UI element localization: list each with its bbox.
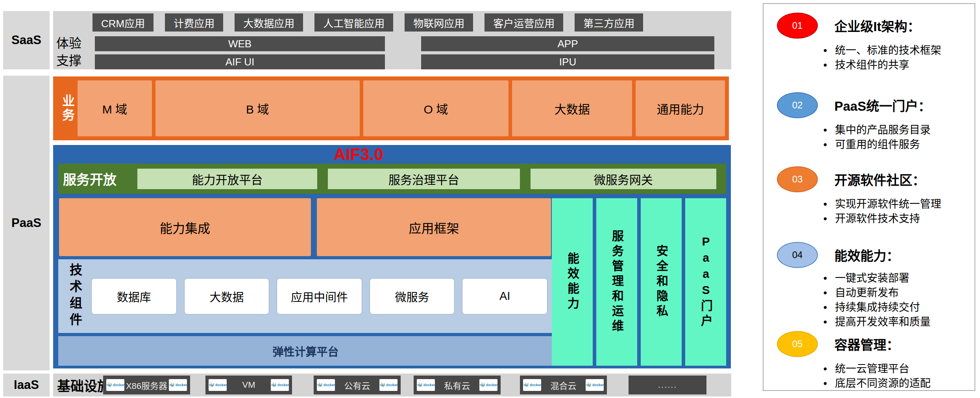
app-chip-iot: 物联网应用 <box>405 13 473 32</box>
tech-components-label: 技术组件 <box>64 263 86 329</box>
note-number-badge: 03 <box>777 166 818 192</box>
docker-logo-icon: 🐳docker <box>317 379 335 391</box>
business-layer: 业务 M 域 B 域 O 域 大数据 通用能力 <box>53 76 729 140</box>
tech-item-bigdata: 大数据 <box>184 278 270 314</box>
app-chip-billing: 计费应用 <box>165 13 223 32</box>
ipu-bar: IPU <box>421 54 714 69</box>
docker-whale-icon: 🐳 <box>317 383 323 387</box>
saas-app-chips: CRM应用 计费应用 大数据应用 人工智能应用 物联网应用 客户运营应用 第三方… <box>92 13 643 32</box>
infrastructure-label: 基础设施 <box>57 374 111 396</box>
tech-item-middleware: 应用中间件 <box>277 278 362 314</box>
saas-section: CRM应用 计费应用 大数据应用 人工智能应用 物联网应用 客户运营应用 第三方… <box>53 11 731 69</box>
docker-whale-icon: 🐳 <box>106 383 112 387</box>
iaas-chip-x86: 🐳docker X86服务器 🐳docker <box>103 376 190 394</box>
tech-item-microservice: 微服务 <box>370 278 455 314</box>
domain-b: B 域 <box>155 80 360 136</box>
docker-logo-icon: 🐳docker <box>271 379 289 391</box>
app-chip-customer-ops: 客户运营应用 <box>484 13 563 32</box>
tech-components-panel: 技术组件 数据库 大数据 应用中间件 微服务 AI <box>58 259 553 333</box>
pillar-efficiency: 能效能力 <box>552 198 593 366</box>
docker-whale-icon: 🐳 <box>209 383 214 387</box>
note-title: 容器管理： <box>834 335 899 353</box>
iaas-chip-private-cloud: 🐳docker 私有云 🐳docker <box>414 376 501 394</box>
note-bullet: 底层不同资源的适配 <box>823 376 969 391</box>
capability-open-platform: 能力开放平台 <box>137 169 317 189</box>
note-bullet: 可重用的组件服务 <box>823 138 969 152</box>
domain-m: M 域 <box>78 80 152 136</box>
docker-whale-icon: 🐳 <box>169 383 175 387</box>
business-domains: M 域 B 域 O 域 大数据 通用能力 <box>78 80 725 136</box>
docker-whale-icon: 🐳 <box>479 383 485 387</box>
domain-common: 通用能力 <box>636 80 725 136</box>
docker-logo-icon: 🐳docker <box>379 379 398 391</box>
app-chip-crm: CRM应用 <box>92 13 153 32</box>
tech-item-database: 数据库 <box>91 278 177 314</box>
note-title: 开源软件社区： <box>834 170 925 189</box>
iaas-chip-hybrid-cloud: 🐳docker 混合云 🐳docker <box>520 376 607 394</box>
docker-whale-icon: 🐳 <box>379 383 385 387</box>
docker-whale-icon: 🐳 <box>417 383 423 387</box>
docker-logo-icon: 🐳docker <box>209 379 227 391</box>
service-open-label: 服务开放 <box>63 169 127 188</box>
docker-logo-icon: 🐳docker <box>523 379 541 391</box>
note-title: 能效能力： <box>834 245 899 264</box>
layer-label-iaas: IaaS <box>3 374 50 396</box>
note-bullet: 实现开源软件统一管理 <box>823 197 969 212</box>
docker-whale-icon: 🐳 <box>586 383 592 387</box>
note-bullet: 一键式安装部署 <box>823 271 969 286</box>
note-number-badge: 01 <box>777 13 818 39</box>
app-chip-ai: 人工智能应用 <box>314 13 393 32</box>
pillar-security-privacy: 安全和隐私 <box>641 198 682 366</box>
note-item-02: 02 PaaS统一门户： 集中的产品服务目录 可重用的组件服务 <box>777 92 969 152</box>
elastic-computing-platform: 弹性计算平台 <box>58 336 553 366</box>
app-bar: APP <box>421 36 714 51</box>
docker-logo-icon: 🐳docker <box>169 379 187 391</box>
note-number-badge: 05 <box>777 331 818 357</box>
domain-bigdata: 大数据 <box>512 80 632 136</box>
aif-ui-bar: AIF UI <box>95 54 385 69</box>
aif-platform: AIF3.0 服务开放 能力开放平台 服务治理平台 微服务网关 能力集成 应用框… <box>53 145 731 368</box>
note-bullet: 持续集成持续交付 <box>823 300 969 315</box>
service-open-row: 服务开放 能力开放平台 服务治理平台 微服务网关 <box>58 164 726 194</box>
note-item-04: 04 能效能力： 一键式安装部署 自动更新发布 持续集成持续交付 提高开发效率和… <box>777 242 969 329</box>
note-bullet: 自动更新发布 <box>823 286 969 300</box>
note-title: PaaS统一门户： <box>834 96 931 115</box>
iaas-section: 基础设施 🐳docker X86服务器 🐳docker 🐳docker VM 🐳… <box>53 374 731 396</box>
note-number-badge: 02 <box>777 92 818 118</box>
note-bullet: 提高开发效率和质量 <box>823 315 969 329</box>
capability-integration-block: 能力集成 <box>59 198 311 256</box>
it-architecture-diagram: SaaS PaaS IaaS CRM应用 计费应用 大数据应用 人工智能应用 物… <box>0 0 980 398</box>
experience-support-label: 体验 支撑 <box>56 35 81 69</box>
iaas-chip-vm: 🐳docker VM 🐳docker <box>205 376 292 394</box>
note-bullet: 技术组件的共享 <box>823 58 969 73</box>
app-chip-thirdparty: 第三方应用 <box>575 13 643 32</box>
note-number-badge: 04 <box>777 242 818 268</box>
app-chip-bigdata: 大数据应用 <box>235 13 303 32</box>
application-framework-block: 应用框架 <box>317 198 551 256</box>
docker-logo-icon: 🐳docker <box>106 379 124 391</box>
domain-o: O 域 <box>363 80 508 136</box>
iaas-chip-public-cloud: 🐳docker 公有云 🐳docker <box>314 376 401 394</box>
key-points-panel: 01 企业级It架构： 统一、标准的技术框架 技术组件的共享 02 PaaS统一… <box>763 3 975 391</box>
web-bar: WEB <box>95 36 385 51</box>
layer-label-paas: PaaS <box>3 76 50 370</box>
tech-item-ai: AI <box>462 278 547 314</box>
note-bullet: 统一云管理平台 <box>823 362 969 376</box>
note-item-01: 01 企业级It架构： 统一、标准的技术框架 技术组件的共享 <box>777 13 969 73</box>
note-title: 企业级It架构： <box>834 16 920 35</box>
note-bullet: 集中的产品服务目录 <box>823 123 969 138</box>
note-item-05: 05 容器管理： 统一云管理平台 底层不同资源的适配 <box>777 331 969 391</box>
note-item-03: 03 开源软件社区： 实现开源软件统一管理 开源软件技术支持 <box>777 166 969 226</box>
docker-whale-icon: 🐳 <box>271 383 277 387</box>
service-governance-platform: 服务治理平台 <box>328 169 520 189</box>
docker-logo-icon: 🐳docker <box>586 379 604 391</box>
docker-whale-icon: 🐳 <box>523 383 529 387</box>
iaas-chip-more: ...... <box>629 376 706 394</box>
note-bullet: 统一、标准的技术框架 <box>823 43 969 58</box>
aif-version-title: AIF3.0 <box>53 145 731 163</box>
note-bullet: 开源软件技术支持 <box>823 212 969 226</box>
pillar-service-mgmt-ops: 服务管理和运维 <box>596 198 637 366</box>
tech-components-items: 数据库 大数据 应用中间件 微服务 AI <box>91 278 547 314</box>
docker-logo-icon: 🐳docker <box>479 379 497 391</box>
microservice-gateway: 微服务网关 <box>531 169 716 189</box>
